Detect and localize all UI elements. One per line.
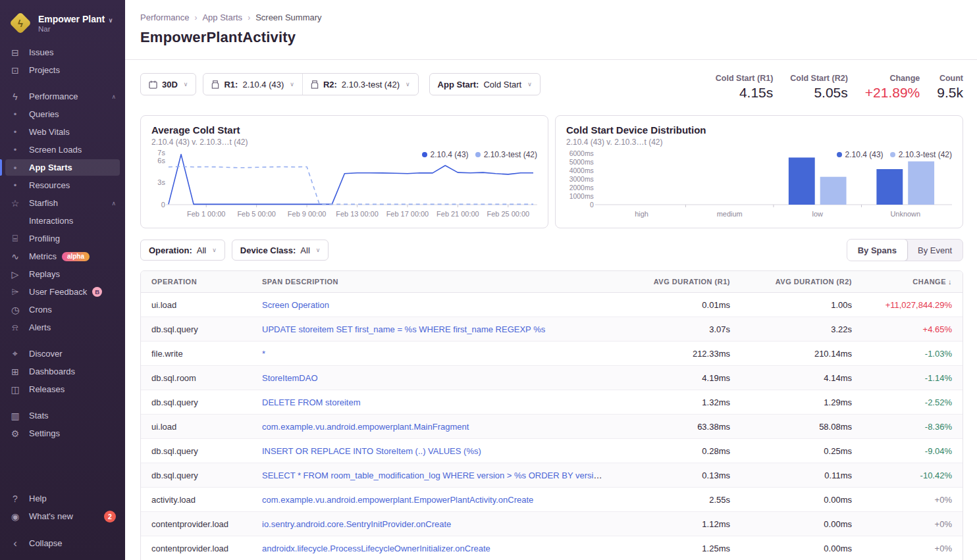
column-header-span-description[interactable]: SPAN DESCRIPTION: [251, 271, 616, 292]
chevron-down-icon: ∨: [107, 17, 113, 24]
sidebar-item-performance[interactable]: ϟPerformance∧: [0, 88, 125, 105]
releases-icon: ◫: [9, 384, 21, 395]
chart-subtitle: 2.10.4 (43) v. 2.10.3…t (42): [566, 138, 952, 147]
svg-text:Feb 13 00:00: Feb 13 00:00: [336, 210, 379, 218]
span-description-link[interactable]: SELECT * FROM room_table_modification_lo…: [262, 471, 616, 480]
column-header-operation[interactable]: OPERATION: [141, 271, 251, 292]
legend-dot-icon: [837, 152, 842, 157]
sidebar-item-dashboards[interactable]: ⊞Dashboards: [0, 363, 125, 380]
content: 30D∨ R1:2.10.4 (43)∨ R2:2.10.3-: [125, 60, 977, 560]
sidebar-item-crons[interactable]: ◷Crons: [0, 301, 125, 318]
sidebar-item-app-starts[interactable]: •App Starts: [0, 159, 125, 176]
span-description-link[interactable]: *: [262, 349, 265, 359]
sidebar-item-discover[interactable]: ⌖Discover: [0, 345, 125, 363]
sidebar-item-label: Interactions: [29, 216, 73, 226]
issues-icon: ⊟: [9, 47, 21, 58]
org-switcher[interactable]: ϟ Empower Plant ∨ Nar: [0, 7, 125, 43]
date-range-button[interactable]: 30D∨: [140, 73, 196, 95]
user-feedback-icon: ⌲: [9, 286, 21, 297]
sidebar-item-resources[interactable]: •Resources: [0, 176, 125, 194]
avg-duration-r1-cell: 1.12ms: [616, 512, 741, 536]
operation-filter-button[interactable]: Operation:All∨: [140, 240, 225, 261]
app-root: ϟ Empower Plant ∨ Nar ⊟Issues⊡ProjectsϟP…: [0, 0, 977, 560]
sidebar-item-issues[interactable]: ⊟Issues: [0, 43, 125, 61]
sidebar-item-metrics[interactable]: ∿Metricsalpha: [0, 247, 125, 265]
tab-by-spans[interactable]: By Spans: [847, 239, 908, 261]
span-description-link[interactable]: INSERT OR REPLACE INTO StoreItem (..) VA…: [262, 446, 481, 456]
operation-cell: ui.load: [141, 415, 251, 438]
sidebar-item-projects[interactable]: ⊡Projects: [0, 61, 125, 79]
legend-item-2-10-4-43[interactable]: 2.10.4 (43): [422, 150, 469, 159]
svg-text:7s: 7s: [157, 149, 165, 157]
sidebar-item-releases[interactable]: ◫Releases: [0, 380, 125, 398]
sidebar-item-settings[interactable]: ⚙Settings: [0, 424, 125, 442]
span-description-link[interactable]: com.example.vu.android.empowerplant.Main…: [262, 422, 469, 432]
sidebar-item-label: Collapse: [29, 538, 63, 548]
sidebar-item-stats[interactable]: ▥Stats: [0, 407, 125, 424]
svg-text:Feb 5 00:00: Feb 5 00:00: [237, 210, 275, 218]
span-filter-row: Operation:All∨ Device Class:All∨ By Span…: [140, 239, 963, 261]
sidebar-item-collapse[interactable]: ‹Collapse: [0, 534, 125, 552]
span-description-link[interactable]: io.sentry.android.core.SentryInitProvide…: [262, 519, 451, 529]
stat-cold-start-r2: Cold Start (R2)5.05s: [790, 74, 848, 101]
chevron-down-icon: ∨: [406, 81, 410, 88]
legend-item-2-10-4-43[interactable]: 2.10.4 (43): [837, 150, 884, 159]
column-header-change[interactable]: CHANGE↓: [862, 271, 963, 292]
app-start-type-button[interactable]: App Start:Cold Start∨: [429, 73, 541, 95]
column-header-avg-duration-r2[interactable]: AVG DURATION (R2): [741, 271, 862, 292]
span-description-link[interactable]: androidx.lifecycle.ProcessLifecycleOwner…: [262, 544, 490, 553]
sidebar-item-what-s-new[interactable]: ◉What's new2: [0, 507, 125, 525]
legend-item-2-10-3-test-42[interactable]: 2.10.3-test (42): [890, 150, 952, 159]
table-row: contentprovider.loadandroidx.lifecycle.P…: [141, 536, 963, 560]
release-icon: [211, 80, 219, 89]
chart-subtitle: 2.10.4 (43) v. 2.10.3…t (42): [151, 138, 537, 147]
feedback-badge: B: [92, 287, 102, 297]
svg-text:Feb 17 00:00: Feb 17 00:00: [386, 210, 429, 218]
sidebar-item-user-feedback[interactable]: ⌲User FeedbackB: [0, 283, 125, 301]
breadcrumb-screen-summary: Screen Summary: [255, 13, 321, 22]
release-r1-button[interactable]: R1:2.10.4 (43)∨: [203, 74, 302, 95]
whats-new-icon: ◉: [9, 511, 21, 522]
breadcrumb-app-starts[interactable]: App Starts: [202, 13, 242, 22]
svg-text:6s: 6s: [157, 157, 165, 165]
span-description-link[interactable]: Screen Operation: [262, 300, 329, 310]
sidebar-item-help[interactable]: ?Help: [0, 490, 125, 507]
sidebar-item-profiling[interactable]: ⌸Profiling: [0, 230, 125, 247]
release-r2-button[interactable]: R2:2.10.3-test (42)∨: [303, 74, 418, 95]
sidebar-nav: ⊟Issues⊡ProjectsϟPerformance∧•Queries•We…: [0, 43, 125, 490]
column-header-avg-duration-r1[interactable]: AVG DURATION (R1): [616, 271, 741, 292]
replays-icon: ▷: [9, 269, 21, 280]
sidebar-item-starfish[interactable]: ☆Starfish∧: [0, 194, 125, 212]
legend-dot-icon: [890, 152, 895, 157]
tab-by-event[interactable]: By Event: [907, 240, 963, 261]
chart-legend: 2.10.4 (43)2.10.3-test (42): [422, 150, 537, 159]
span-description-link[interactable]: UPDATE storeitem SET first_name = %s WHE…: [262, 324, 545, 334]
avg-cold-start-chart-card: Average Cold Start 2.10.4 (43) v. 2.10.3…: [140, 115, 548, 228]
sidebar-item-interactions[interactable]: Interactions: [0, 212, 125, 230]
sidebar-item-alerts[interactable]: ⍾Alerts: [0, 318, 125, 336]
table-row: db.sql.roomStoreItemDAO4.19ms4.14ms-1.14…: [141, 365, 963, 390]
stat-value: 4.15s: [716, 85, 774, 101]
breadcrumb-performance[interactable]: Performance: [140, 13, 189, 22]
device-class-filter-button[interactable]: Device Class:All∨: [232, 240, 329, 261]
breadcrumb-separator: ›: [248, 13, 250, 22]
sidebar-item-screen-loads[interactable]: •Screen Loads: [0, 141, 125, 159]
span-description-link[interactable]: com.example.vu.android.empowerplant.Empo…: [262, 495, 533, 505]
avg-duration-r1-cell: 0.01ms: [616, 293, 741, 317]
legend-item-2-10-3-test-42[interactable]: 2.10.3-test (42): [475, 150, 537, 159]
span-description-link[interactable]: DELETE FROM storeitem: [262, 397, 361, 407]
span-description-link[interactable]: StoreItemDAO: [262, 373, 318, 383]
legend-label: 2.10.4 (43): [431, 150, 469, 159]
sidebar-item-queries[interactable]: •Queries: [0, 105, 125, 123]
bullet-icon: •: [9, 127, 21, 137]
svg-text:2000ms: 2000ms: [569, 184, 594, 191]
sidebar-item-label: Profiling: [29, 234, 60, 243]
org-subtitle: Nar: [38, 25, 113, 33]
sidebar-item-web-vitals[interactable]: •Web Vitals: [0, 123, 125, 141]
stat-change: Change+21.89%: [865, 74, 920, 101]
avg-duration-r2-cell: 210.14ms: [741, 342, 862, 365]
stats-icon: ▥: [9, 411, 21, 421]
sidebar-item-replays[interactable]: ▷Replays: [0, 265, 125, 283]
bullet-icon: •: [9, 109, 21, 119]
chart-title: Cold Start Device Distribution: [566, 124, 952, 136]
